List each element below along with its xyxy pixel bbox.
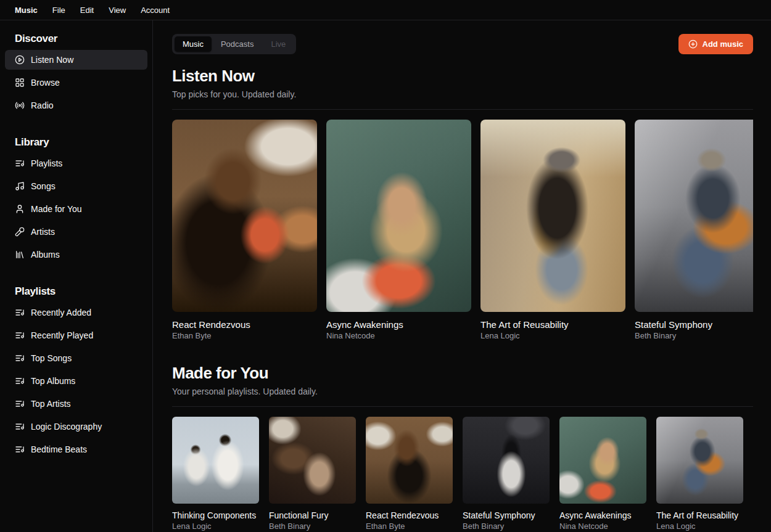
sidebar-item[interactable]: Bedtime Beats (5, 440, 147, 459)
sidebar-item-label: Top Albums (31, 376, 75, 386)
album-artist: Nina Netcode (326, 331, 471, 340)
menu-item[interactable]: Music (7, 3, 45, 17)
sidebar-item-label: Made for You (31, 204, 82, 214)
album-card[interactable]: The Art of Reusability Lena Logic (480, 120, 625, 340)
album-art[interactable] (172, 417, 259, 504)
album-card[interactable]: React Rendezvous Ethan Byte (172, 120, 317, 340)
music-icon (15, 181, 25, 191)
album-art[interactable] (463, 417, 550, 504)
sidebar-item[interactable]: Listen Now (5, 50, 147, 70)
sidebar-item[interactable]: Artists (5, 222, 147, 242)
sidebar-item[interactable]: Recently Played (5, 325, 147, 345)
album-artist: Nina Netcode (559, 522, 646, 531)
menu-item[interactable]: Edit (73, 3, 101, 17)
album-artist: Beth Binary (635, 331, 753, 340)
album-artist: Ethan Byte (366, 522, 453, 531)
list-music-icon (15, 444, 25, 454)
section-subtitle: Top picks for you. Updated daily. (172, 89, 753, 99)
sidebar-item-label: Recently Played (31, 330, 93, 340)
list-music-icon (15, 399, 25, 409)
tab[interactable]: Music (175, 36, 212, 52)
album-artist: Lena Logic (480, 331, 625, 340)
album-card[interactable]: Stateful Symphony Beth Binary (635, 120, 753, 340)
album-art[interactable] (326, 120, 471, 312)
sidebar-section-items: Playlists Songs Made for You Artists (5, 153, 147, 264)
separator (172, 109, 753, 110)
sidebar-item-label: Playlists (31, 158, 62, 168)
list-music-icon (15, 158, 25, 168)
sidebar-item-label: Browse (31, 78, 60, 88)
album-artist: Lena Logic (656, 522, 743, 531)
add-music-button[interactable]: Add music (678, 34, 753, 54)
album-title: Async Awakenings (559, 510, 646, 520)
play-circle-icon (15, 55, 25, 65)
sidebar-item-label: Albums (31, 250, 60, 260)
sidebar-item-label: Songs (31, 181, 56, 191)
separator (172, 406, 753, 407)
section-title: Listen Now (172, 67, 753, 86)
album-art[interactable] (559, 417, 646, 504)
sidebar-item[interactable]: Recently Added (5, 303, 147, 322)
library-icon (15, 250, 25, 260)
sidebar-item[interactable]: Top Albums (5, 371, 147, 391)
tabs: MusicPodcastsLive (172, 34, 296, 54)
album-art[interactable] (269, 417, 356, 504)
sidebar-item[interactable]: Browse (5, 73, 147, 92)
sidebar-section-items: Listen Now Browse Radio (5, 50, 147, 115)
album-card[interactable]: Functional Fury Beth Binary (269, 417, 356, 531)
user-icon (15, 204, 25, 214)
album-title: React Rendezvous (172, 319, 317, 330)
sidebar-item[interactable]: Playlists (5, 153, 147, 173)
sidebar-section-title: Library (5, 131, 147, 149)
section-listen-now: Listen Now Top picks for you. Updated da… (172, 67, 753, 340)
sidebar-item-label: Bedtime Beats (31, 444, 87, 454)
album-art[interactable] (366, 417, 453, 504)
album-card[interactable]: Async Awakenings Nina Netcode (559, 417, 646, 531)
album-artist: Beth Binary (463, 522, 550, 531)
sidebar-item[interactable]: Logic Discography (5, 417, 147, 436)
album-art[interactable] (172, 120, 317, 312)
album-card[interactable]: The Art of Reusability Lena Logic (656, 417, 743, 531)
list-music-icon (15, 330, 25, 340)
sidebar-item[interactable]: Radio (5, 96, 147, 115)
sidebar-item-label: Logic Discography (31, 422, 102, 432)
album-title: The Art of Reusability (480, 319, 625, 330)
album-card[interactable]: React Rendezvous Ethan Byte (366, 417, 453, 531)
list-music-icon (15, 308, 25, 317)
menu-item[interactable]: File (45, 3, 73, 17)
add-music-label: Add music (703, 39, 743, 49)
menu-item[interactable]: Account (133, 3, 177, 17)
sidebar-section: Library Playlists Songs Made for You (5, 131, 147, 264)
list-music-icon (15, 376, 25, 386)
sidebar-section-title: Discover (5, 28, 147, 45)
app-body: Discover Listen Now Browse Radio (0, 20, 771, 532)
list-music-icon (15, 422, 25, 432)
sidebar-item[interactable]: Top Songs (5, 348, 147, 368)
sidebar-section: Playlists Recently Added Recently Played (5, 280, 147, 459)
album-card[interactable]: Async Awakenings Nina Netcode (326, 120, 471, 340)
album-art[interactable] (656, 417, 743, 504)
radio-icon (15, 100, 25, 110)
album-title: React Rendezvous (366, 510, 453, 520)
album-art[interactable] (635, 120, 753, 312)
section-title: Made for You (172, 364, 753, 383)
sidebar-item[interactable]: Top Artists (5, 394, 147, 414)
album-title: Stateful Symphony (463, 510, 550, 520)
tab[interactable]: Podcasts (213, 36, 262, 52)
sidebar-item-label: Radio (31, 100, 54, 110)
sidebar-item[interactable]: Songs (5, 176, 147, 196)
album-title: Thinking Components (172, 510, 259, 520)
list-music-icon (15, 353, 25, 363)
album-card[interactable]: Stateful Symphony Beth Binary (463, 417, 550, 531)
sidebar-item-label: Recently Added (31, 308, 91, 317)
sidebar-section-title: Playlists (5, 280, 147, 298)
layout-grid-icon (15, 78, 25, 88)
sidebar-item-label: Top Artists (31, 399, 71, 409)
album-card[interactable]: Thinking Components Lena Logic (172, 417, 259, 531)
main-content: MusicPodcastsLive Add music Listen Now T… (153, 20, 771, 532)
sidebar-item[interactable]: Albums (5, 245, 147, 264)
album-artist: Lena Logic (172, 522, 259, 531)
menu-item[interactable]: View (101, 3, 133, 17)
album-art[interactable] (480, 120, 625, 312)
sidebar-item[interactable]: Made for You (5, 199, 147, 219)
